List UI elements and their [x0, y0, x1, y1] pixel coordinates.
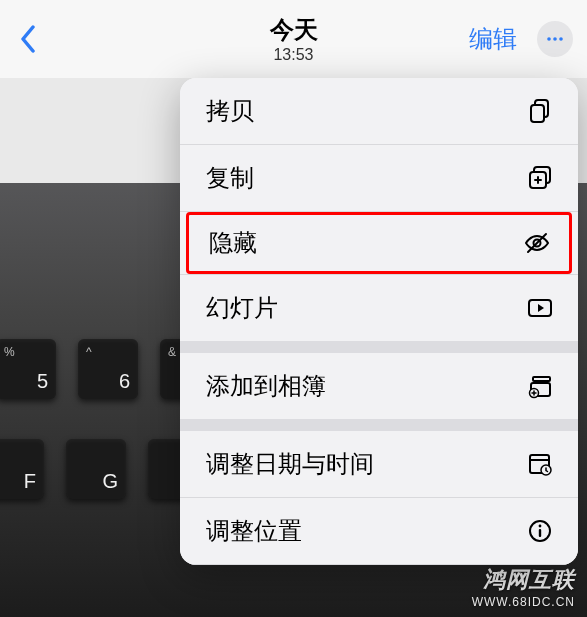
watermark-title: 鸿网互联 [472, 565, 575, 595]
menu-label: 拷贝 [206, 95, 254, 127]
menu-label: 调整位置 [206, 515, 302, 547]
svg-rect-4 [531, 105, 544, 122]
menu-item-duplicate[interactable]: 拷贝 [180, 78, 578, 144]
menu-item-add-to-album[interactable]: 添加到相簿 [180, 353, 578, 419]
eye-slash-icon [523, 229, 551, 257]
menu-item-copy[interactable]: 复制 [180, 145, 578, 211]
watermark-url: WWW.68IDC.CN [472, 595, 575, 609]
menu-label: 隐藏 [209, 227, 257, 259]
menu-label: 幻灯片 [206, 292, 278, 324]
documents-icon [526, 97, 554, 125]
svg-point-17 [539, 525, 542, 528]
copy-plus-icon [526, 164, 554, 192]
menu-item-adjust-location[interactable]: 调整位置 [180, 498, 578, 564]
back-button[interactable] [14, 25, 42, 53]
ellipsis-icon [545, 29, 565, 49]
menu-item-hide[interactable]: 隐藏 [186, 212, 572, 274]
menu-label: 添加到相簿 [206, 370, 326, 402]
svg-rect-18 [539, 529, 541, 537]
svg-rect-10 [533, 377, 550, 381]
context-menu: 拷贝 复制 隐藏 幻灯片 添加到相簿 调整日期与时间 [180, 78, 578, 565]
svg-point-1 [553, 37, 557, 41]
watermark: 鸿网互联 WWW.68IDC.CN [472, 565, 575, 609]
play-rectangle-icon [526, 294, 554, 322]
svg-point-2 [559, 37, 563, 41]
svg-point-0 [547, 37, 551, 41]
page-title: 今天 [270, 14, 318, 46]
title-group: 今天 13:53 [270, 14, 318, 64]
info-icon [526, 517, 554, 545]
menu-label: 调整日期与时间 [206, 448, 374, 480]
more-button[interactable] [537, 21, 573, 57]
header-right: 编辑 [469, 21, 573, 57]
menu-item-slideshow[interactable]: 幻灯片 [180, 275, 578, 341]
menu-label: 复制 [206, 162, 254, 194]
album-add-icon [526, 372, 554, 400]
menu-item-adjust-date[interactable]: 调整日期与时间 [180, 431, 578, 497]
chevron-left-icon [19, 25, 37, 53]
edit-button[interactable]: 编辑 [469, 23, 517, 55]
page-time: 13:53 [270, 46, 318, 64]
header-bar: 今天 13:53 编辑 [0, 0, 587, 78]
calendar-clock-icon [526, 450, 554, 478]
